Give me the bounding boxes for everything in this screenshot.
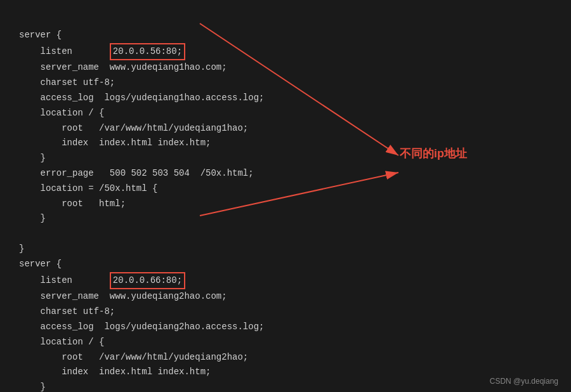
server1-accesslog: logs/yudeqiang1hao.access.log; [104,93,264,103]
server1-listen-highlight: 20.0.0.56:80; [110,43,185,61]
server2-index: index.html index.htm; [99,367,211,377]
annotation-label: 不同的ip地址 [400,146,467,161]
server2-root: /var/www/html/yudeqiang2hao; [99,352,248,362]
server1-root: /var/www/html/yudeqiang1hao; [99,123,248,133]
server1-open: server { [19,30,62,40]
code-block: server { listen 20.0.0.56:80; server_nam… [0,0,571,392]
server2-listen-highlight: 20.0.0.66:80; [110,272,185,290]
server2-servername: www.yudeqiang2hao.com; [110,291,227,301]
server2-accesslog: logs/yudeqiang2hao.access.log; [104,322,264,332]
server1-charset: utf-8; [83,77,115,88]
watermark: CSDN @yu.deqiang [490,377,558,386]
server2-charset: utf-8; [83,306,115,317]
server1-errorpage: 500 502 503 504 /50x.html; [110,168,254,178]
server1-servername: www.yudeqiang1hao.com; [110,62,227,72]
server1-index: index.html index.htm; [99,138,211,148]
server1-root2: html; [99,199,126,209]
